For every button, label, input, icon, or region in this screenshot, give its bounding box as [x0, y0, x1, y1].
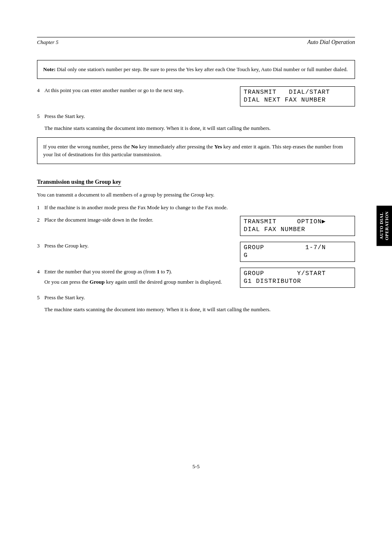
- page-number: 5-5: [0, 463, 392, 470]
- step-4-text: 4At this point you can enter another num…: [37, 86, 240, 95]
- group-step-4-row: 4Enter the number that you stored the gr…: [37, 268, 355, 290]
- group-step-2: 2Place the document image-side down in t…: [37, 216, 240, 224]
- header-rule: [37, 37, 355, 37]
- side-tab: AUTO DIAL OPERATION: [376, 206, 392, 246]
- note-box-1: Note: Dial only one station's number per…: [37, 60, 355, 79]
- step-number: 5: [37, 294, 44, 302]
- lcd-line: DIAL FAX NUMBER: [244, 226, 305, 233]
- sidetab-line2: OPERATION: [384, 211, 389, 240]
- final-paragraph: The machine starts scanning the document…: [44, 305, 355, 314]
- step-body: Press the Group key.: [44, 243, 88, 249]
- step-number: 5: [37, 112, 44, 120]
- lcd-line: GROUP Y/START: [244, 270, 326, 277]
- page-header: Chapter 5 Auto Dial Operation: [37, 39, 355, 46]
- group-step-2-row: 2Place the document image-side down in t…: [37, 216, 355, 238]
- step-body: At this point you can enter another numb…: [44, 87, 184, 93]
- paragraph-result: The machine starts scanning the document…: [44, 124, 355, 132]
- step-part: ).: [169, 268, 172, 275]
- lcd-display-1: TRANSMIT DIAL/START DIAL NEXT FAX NUMBER: [240, 86, 355, 106]
- group-step-5: 5Press the Start key.: [37, 294, 355, 302]
- lcd-line: G: [244, 252, 248, 259]
- sidetab-line1: AUTO DIAL: [379, 212, 384, 239]
- section-heading-group-key: Transmission using the Group key: [37, 179, 121, 187]
- step-part: key again until the desired group number…: [105, 279, 222, 285]
- step-bold: Group: [90, 279, 105, 285]
- lcd-line: GROUP 1-7/N: [244, 244, 326, 251]
- chapter-label: Chapter 5: [37, 39, 58, 46]
- note-part: key immediately after pressing the: [138, 143, 214, 150]
- step-5: 5Press the Start key.: [37, 112, 355, 120]
- lcd-line: G1 DISTRIBUTOR: [244, 278, 301, 285]
- note-label: Note:: [43, 66, 55, 72]
- step-number: 4: [37, 86, 44, 95]
- step-body: Place the document image-side down in th…: [44, 217, 153, 223]
- lcd-column-4: GROUP Y/START G1 DISTRIBUTOR: [240, 268, 355, 290]
- lcd-column-3: GROUP 1-7/N G: [240, 242, 355, 264]
- lcd-display-2: TRANSMIT OPTION▶ DIAL FAX NUMBER: [240, 216, 355, 236]
- step-part: Enter the number that you stored the gro…: [44, 268, 157, 275]
- step-part: to: [159, 268, 166, 275]
- group-step-3-row: 3Press the Group key. GROUP 1-7/N G: [37, 242, 355, 264]
- group-step-3: 3Press the Group key.: [37, 242, 240, 250]
- group-step-4: 4Enter the number that you stored the gr…: [37, 268, 240, 286]
- step-number: 3: [37, 242, 44, 250]
- step-body: Press the Start key.: [44, 294, 85, 301]
- note-part: If you enter the wrong number, press the: [43, 143, 131, 150]
- step-4-row: 4At this point you can enter another num…: [37, 86, 355, 109]
- step-part: Or you can press the: [44, 279, 90, 285]
- step-number: 2: [37, 216, 44, 224]
- note-bold: Yes: [214, 143, 222, 150]
- note-text: Dial only one station's number per step.…: [55, 66, 348, 72]
- note-box-2: If you enter the wrong number, press the…: [37, 137, 355, 164]
- lcd-column: TRANSMIT DIAL/START DIAL NEXT FAX NUMBER: [240, 86, 355, 109]
- step-body: If the machine is in another mode press …: [44, 204, 228, 210]
- lcd-line: TRANSMIT DIAL/START: [244, 89, 330, 96]
- lcd-column-2: TRANSMIT OPTION▶ DIAL FAX NUMBER: [240, 216, 355, 238]
- section-label: Auto Dial Operation: [307, 39, 355, 46]
- step-number: 4: [37, 268, 44, 276]
- lcd-line: DIAL NEXT FAX NUMBER: [244, 97, 326, 104]
- step-number: 1: [37, 204, 44, 212]
- page-content: Chapter 5 Auto Dial Operation Note: Dial…: [0, 0, 392, 314]
- lcd-line: TRANSMIT OPTION▶: [244, 218, 326, 225]
- group-step-1: 1If the machine is in another mode press…: [37, 204, 355, 212]
- lcd-display-3: GROUP 1-7/N G: [240, 242, 355, 262]
- step-body: Press the Start key.: [44, 113, 85, 119]
- group-intro: You can transmit a document to all membe…: [37, 191, 355, 199]
- lcd-display-4: GROUP Y/START G1 DISTRIBUTOR: [240, 268, 355, 288]
- note-bold: No: [131, 143, 138, 150]
